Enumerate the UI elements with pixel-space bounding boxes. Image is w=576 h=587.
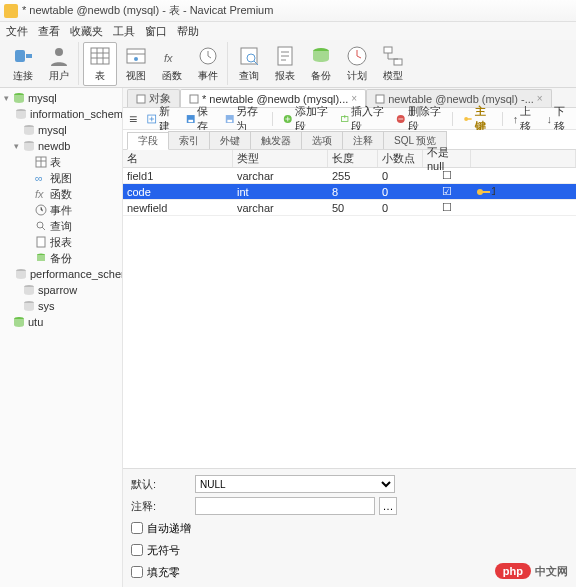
- svg-point-6: [134, 57, 138, 61]
- comment-input[interactable]: [195, 497, 375, 515]
- menu-window[interactable]: 窗口: [145, 24, 167, 39]
- tree-node[interactable]: 备份: [0, 250, 122, 266]
- menu-help[interactable]: 帮助: [177, 24, 199, 39]
- col-type[interactable]: 类型: [233, 150, 328, 167]
- toolbar-user[interactable]: 用户: [42, 42, 76, 86]
- svg-text:∞: ∞: [35, 172, 43, 184]
- svg-rect-34: [376, 95, 384, 103]
- svg-rect-27: [37, 255, 45, 261]
- toolbar-model[interactable]: 模型: [376, 42, 410, 86]
- tree-node[interactable]: 查询: [0, 218, 122, 234]
- toolbar-report[interactable]: 报表: [268, 42, 302, 86]
- toolbar-view[interactable]: 视图: [119, 42, 153, 86]
- subtab[interactable]: 索引: [168, 131, 210, 149]
- grid-header: 名 类型 长度 小数点 不是 null: [123, 150, 576, 168]
- svg-rect-2: [26, 54, 32, 58]
- tree-node[interactable]: ∞视图: [0, 170, 122, 186]
- tree-node[interactable]: 事件: [0, 202, 122, 218]
- saveas-button[interactable]: 另存为: [225, 104, 263, 134]
- zerofill-checkbox[interactable]: [131, 566, 143, 578]
- table-icon: [375, 94, 385, 104]
- connection-tree[interactable]: ▾mysqlinformation_schemamysql▾newdb表∞视图f…: [0, 88, 123, 587]
- new-button[interactable]: 新建: [147, 104, 176, 134]
- main-toolbar: 连接用户表视图fx函数事件查询报表备份计划模型: [0, 40, 576, 88]
- backup-icon: [309, 44, 333, 68]
- toolbar-backup[interactable]: 备份: [304, 42, 338, 86]
- col-name[interactable]: 名: [123, 150, 233, 167]
- tree-node[interactable]: performance_schema: [0, 266, 122, 282]
- delete-field-button[interactable]: 删除字段: [396, 104, 442, 134]
- add-field-button[interactable]: 添加字段: [283, 104, 329, 134]
- toolbar-plug[interactable]: 连接: [6, 42, 40, 86]
- field-grid[interactable]: 名 类型 长度 小数点 不是 null field1varchar2550☐co…: [123, 150, 576, 468]
- move-down-button[interactable]: ↓下移: [546, 104, 570, 134]
- title-bar: * newtable @newdb (mysql) - 表 - Navicat …: [0, 0, 576, 22]
- col-length[interactable]: 长度: [328, 150, 378, 167]
- autoinc-checkbox[interactable]: [131, 522, 143, 534]
- tree-node[interactable]: utu: [0, 314, 122, 330]
- schema-icon: [22, 299, 36, 313]
- menu-file[interactable]: 文件: [6, 24, 28, 39]
- toolbar-clock[interactable]: 事件: [191, 42, 225, 86]
- table-row[interactable]: newfieldvarchar500☐: [123, 200, 576, 216]
- subtab[interactable]: 字段: [127, 132, 169, 150]
- subtab[interactable]: 注释: [342, 131, 384, 149]
- col-notnull[interactable]: 不是 null: [423, 150, 471, 167]
- move-up-button[interactable]: ↑上移: [513, 104, 537, 134]
- svg-rect-14: [384, 47, 392, 53]
- comment-label: 注释:: [131, 499, 191, 514]
- events-icon: [34, 203, 48, 217]
- svg-rect-4: [91, 48, 109, 64]
- svg-rect-37: [188, 119, 193, 121]
- fx-icon: fx: [160, 44, 184, 68]
- schema-icon: [22, 123, 36, 137]
- designer-subtabs: 字段索引外键触发器选项注释SQL 预览: [123, 130, 576, 150]
- hamburger-button[interactable]: ≡: [129, 111, 137, 127]
- tree-node[interactable]: mysql: [0, 122, 122, 138]
- menu-view[interactable]: 查看: [38, 24, 60, 39]
- db-icon: [12, 91, 26, 105]
- subtab[interactable]: 触发器: [250, 131, 302, 149]
- save-button[interactable]: 保存: [186, 104, 215, 134]
- schedule-icon: [345, 44, 369, 68]
- key-icon: [471, 200, 576, 215]
- tree-node[interactable]: 表: [0, 154, 122, 170]
- toolbar-schedule[interactable]: 计划: [340, 42, 374, 86]
- unsigned-checkbox[interactable]: [131, 544, 143, 556]
- comment-more-button[interactable]: …: [379, 497, 397, 515]
- schema-icon: [14, 267, 28, 281]
- toolbar-fx[interactable]: fx函数: [155, 42, 189, 86]
- svg-text:fx: fx: [35, 188, 44, 200]
- insert-field-button[interactable]: 插入字段: [340, 104, 386, 134]
- col-decimals[interactable]: 小数点: [378, 150, 423, 167]
- tree-node[interactable]: sparrow: [0, 282, 122, 298]
- table-row[interactable]: field1varchar2550☐: [123, 168, 576, 184]
- subtab[interactable]: 选项: [301, 131, 343, 149]
- designer-toolbar: ≡ 新建 保存 另存为 添加字段 插入字段 删除字段 主键 ↑上移 ↓下移: [123, 108, 576, 130]
- clock-icon: [196, 44, 220, 68]
- window-title: * newtable @newdb (mysql) - 表 - Navicat …: [22, 3, 273, 18]
- default-select[interactable]: NULL: [195, 475, 395, 493]
- schema-icon: [22, 283, 36, 297]
- svg-rect-44: [468, 118, 472, 120]
- tree-node[interactable]: 报表: [0, 234, 122, 250]
- tree-node[interactable]: sys: [0, 298, 122, 314]
- svg-rect-46: [482, 191, 490, 193]
- table-icon: [88, 44, 112, 68]
- reports-icon: [34, 235, 48, 249]
- schema-icon: [22, 139, 36, 153]
- subtab[interactable]: 外键: [209, 131, 251, 149]
- close-icon[interactable]: ×: [351, 93, 357, 104]
- menu-fav[interactable]: 收藏夹: [70, 24, 103, 39]
- toolbar-table[interactable]: 表: [83, 42, 117, 86]
- tree-node[interactable]: ▾newdb: [0, 138, 122, 154]
- menu-tools[interactable]: 工具: [113, 24, 135, 39]
- toolbar-query[interactable]: 查询: [232, 42, 266, 86]
- table-row[interactable]: codeint80☑1: [123, 184, 576, 200]
- svg-point-3: [55, 48, 63, 56]
- primary-key-button[interactable]: 主键: [463, 104, 492, 134]
- tree-node[interactable]: ▾mysql: [0, 90, 122, 106]
- tree-node[interactable]: fx函数: [0, 186, 122, 202]
- tree-node[interactable]: information_schema: [0, 106, 122, 122]
- close-icon[interactable]: ×: [537, 93, 543, 104]
